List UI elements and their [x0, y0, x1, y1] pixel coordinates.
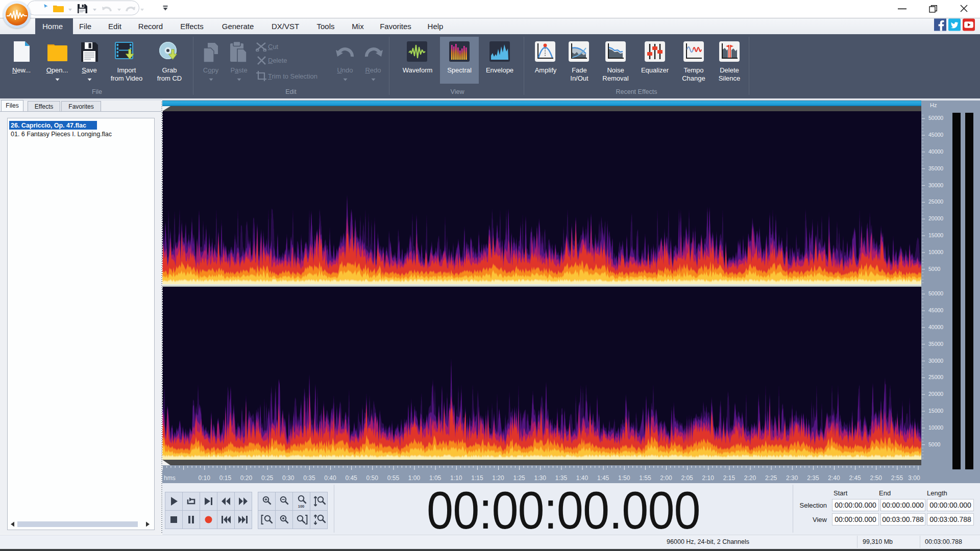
svg-text:3:00: 3:00: [908, 474, 920, 482]
svg-text:Hz: Hz: [930, 102, 937, 108]
svg-text:0:15: 0:15: [219, 474, 232, 482]
svg-text:35000: 35000: [928, 341, 943, 347]
svg-text:0:40: 0:40: [324, 474, 336, 482]
svg-text:2:40: 2:40: [828, 474, 840, 482]
svg-text:0:20: 0:20: [240, 474, 253, 482]
svg-text:30000: 30000: [928, 358, 943, 364]
svg-text:2:25: 2:25: [765, 474, 777, 482]
svg-text:50000: 50000: [928, 115, 943, 121]
svg-text:2:20: 2:20: [744, 474, 756, 482]
svg-text:20000: 20000: [928, 391, 943, 397]
svg-text:2:30: 2:30: [786, 474, 798, 482]
svg-text:5000: 5000: [928, 266, 941, 272]
svg-text:35000: 35000: [928, 165, 943, 171]
svg-text:15000: 15000: [928, 408, 943, 414]
svg-text:5000: 5000: [928, 441, 941, 447]
svg-text:1:00: 1:00: [408, 474, 421, 482]
svg-text:50000: 50000: [928, 290, 943, 296]
svg-text:100: 100: [298, 504, 305, 509]
svg-text:2:15: 2:15: [723, 474, 736, 482]
svg-text:2:35: 2:35: [807, 474, 819, 482]
svg-text:45000: 45000: [928, 132, 943, 138]
svg-text:0:50: 0:50: [366, 474, 379, 482]
svg-text:10000: 10000: [928, 249, 943, 255]
svg-text:0:10: 0:10: [199, 474, 211, 482]
svg-text:0:35: 0:35: [303, 474, 315, 482]
svg-text:hms: hms: [164, 474, 176, 482]
svg-text:2:55: 2:55: [891, 474, 903, 482]
svg-text:0:55: 0:55: [387, 474, 400, 482]
svg-text:40000: 40000: [928, 148, 943, 155]
svg-text:0:25: 0:25: [261, 474, 274, 482]
svg-text:40000: 40000: [928, 324, 943, 330]
svg-text:45000: 45000: [928, 307, 943, 313]
svg-text:15000: 15000: [928, 232, 943, 238]
svg-text:0:45: 0:45: [345, 474, 357, 482]
svg-text:25000: 25000: [928, 374, 943, 380]
svg-text:2:50: 2:50: [870, 474, 883, 482]
svg-text:0:30: 0:30: [282, 474, 295, 482]
svg-text:10000: 10000: [928, 424, 943, 431]
svg-text:2:45: 2:45: [849, 474, 861, 482]
svg-text:2:10: 2:10: [702, 474, 715, 482]
svg-text:30000: 30000: [928, 182, 943, 188]
svg-text:20000: 20000: [928, 215, 943, 221]
svg-text:25000: 25000: [928, 198, 943, 205]
